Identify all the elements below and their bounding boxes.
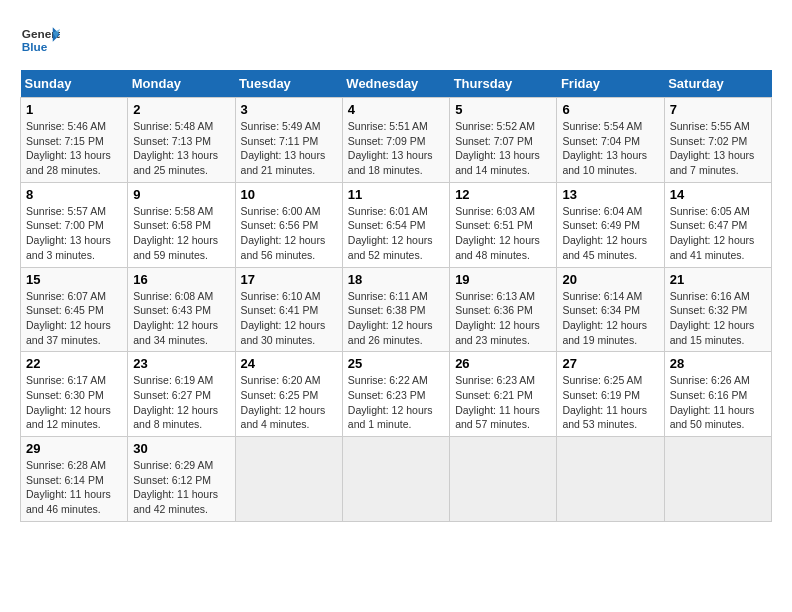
day-number: 15 bbox=[26, 272, 122, 287]
day-info: Sunrise: 5:46 AM Sunset: 7:15 PM Dayligh… bbox=[26, 119, 122, 178]
calendar-cell: 20Sunrise: 6:14 AM Sunset: 6:34 PM Dayli… bbox=[557, 267, 664, 352]
day-number: 10 bbox=[241, 187, 337, 202]
calendar-cell: 9Sunrise: 5:58 AM Sunset: 6:58 PM Daylig… bbox=[128, 182, 235, 267]
day-number: 28 bbox=[670, 356, 766, 371]
calendar-cell: 19Sunrise: 6:13 AM Sunset: 6:36 PM Dayli… bbox=[450, 267, 557, 352]
calendar-cell: 13Sunrise: 6:04 AM Sunset: 6:49 PM Dayli… bbox=[557, 182, 664, 267]
day-info: Sunrise: 6:05 AM Sunset: 6:47 PM Dayligh… bbox=[670, 204, 766, 263]
column-header-friday: Friday bbox=[557, 70, 664, 98]
day-number: 2 bbox=[133, 102, 229, 117]
column-header-wednesday: Wednesday bbox=[342, 70, 449, 98]
svg-text:Blue: Blue bbox=[22, 40, 48, 54]
logo: General Blue bbox=[20, 20, 64, 60]
day-info: Sunrise: 6:08 AM Sunset: 6:43 PM Dayligh… bbox=[133, 289, 229, 348]
day-number: 7 bbox=[670, 102, 766, 117]
day-info: Sunrise: 6:03 AM Sunset: 6:51 PM Dayligh… bbox=[455, 204, 551, 263]
calendar-week-5: 29Sunrise: 6:28 AM Sunset: 6:14 PM Dayli… bbox=[21, 437, 772, 522]
day-info: Sunrise: 6:16 AM Sunset: 6:32 PM Dayligh… bbox=[670, 289, 766, 348]
calendar-cell: 8Sunrise: 5:57 AM Sunset: 7:00 PM Daylig… bbox=[21, 182, 128, 267]
calendar-cell: 14Sunrise: 6:05 AM Sunset: 6:47 PM Dayli… bbox=[664, 182, 771, 267]
calendar-cell bbox=[664, 437, 771, 522]
calendar-cell: 26Sunrise: 6:23 AM Sunset: 6:21 PM Dayli… bbox=[450, 352, 557, 437]
calendar-cell: 21Sunrise: 6:16 AM Sunset: 6:32 PM Dayli… bbox=[664, 267, 771, 352]
day-info: Sunrise: 6:10 AM Sunset: 6:41 PM Dayligh… bbox=[241, 289, 337, 348]
day-info: Sunrise: 6:04 AM Sunset: 6:49 PM Dayligh… bbox=[562, 204, 658, 263]
column-header-sunday: Sunday bbox=[21, 70, 128, 98]
day-info: Sunrise: 6:17 AM Sunset: 6:30 PM Dayligh… bbox=[26, 373, 122, 432]
day-info: Sunrise: 6:11 AM Sunset: 6:38 PM Dayligh… bbox=[348, 289, 444, 348]
day-number: 24 bbox=[241, 356, 337, 371]
day-number: 17 bbox=[241, 272, 337, 287]
day-info: Sunrise: 6:07 AM Sunset: 6:45 PM Dayligh… bbox=[26, 289, 122, 348]
day-info: Sunrise: 5:51 AM Sunset: 7:09 PM Dayligh… bbox=[348, 119, 444, 178]
calendar-cell: 18Sunrise: 6:11 AM Sunset: 6:38 PM Dayli… bbox=[342, 267, 449, 352]
day-info: Sunrise: 6:13 AM Sunset: 6:36 PM Dayligh… bbox=[455, 289, 551, 348]
logo-icon: General Blue bbox=[20, 20, 60, 60]
calendar-cell: 17Sunrise: 6:10 AM Sunset: 6:41 PM Dayli… bbox=[235, 267, 342, 352]
calendar-cell: 7Sunrise: 5:55 AM Sunset: 7:02 PM Daylig… bbox=[664, 98, 771, 183]
day-number: 16 bbox=[133, 272, 229, 287]
day-info: Sunrise: 5:48 AM Sunset: 7:13 PM Dayligh… bbox=[133, 119, 229, 178]
calendar-week-4: 22Sunrise: 6:17 AM Sunset: 6:30 PM Dayli… bbox=[21, 352, 772, 437]
column-header-thursday: Thursday bbox=[450, 70, 557, 98]
day-number: 21 bbox=[670, 272, 766, 287]
calendar-week-3: 15Sunrise: 6:07 AM Sunset: 6:45 PM Dayli… bbox=[21, 267, 772, 352]
calendar-week-1: 1Sunrise: 5:46 AM Sunset: 7:15 PM Daylig… bbox=[21, 98, 772, 183]
day-info: Sunrise: 5:49 AM Sunset: 7:11 PM Dayligh… bbox=[241, 119, 337, 178]
day-number: 13 bbox=[562, 187, 658, 202]
day-info: Sunrise: 6:19 AM Sunset: 6:27 PM Dayligh… bbox=[133, 373, 229, 432]
calendar-cell bbox=[557, 437, 664, 522]
day-info: Sunrise: 6:25 AM Sunset: 6:19 PM Dayligh… bbox=[562, 373, 658, 432]
day-number: 30 bbox=[133, 441, 229, 456]
calendar-table: SundayMondayTuesdayWednesdayThursdayFrid… bbox=[20, 70, 772, 522]
day-info: Sunrise: 5:55 AM Sunset: 7:02 PM Dayligh… bbox=[670, 119, 766, 178]
calendar-cell: 23Sunrise: 6:19 AM Sunset: 6:27 PM Dayli… bbox=[128, 352, 235, 437]
day-info: Sunrise: 6:22 AM Sunset: 6:23 PM Dayligh… bbox=[348, 373, 444, 432]
day-number: 22 bbox=[26, 356, 122, 371]
day-info: Sunrise: 6:29 AM Sunset: 6:12 PM Dayligh… bbox=[133, 458, 229, 517]
calendar-cell: 22Sunrise: 6:17 AM Sunset: 6:30 PM Dayli… bbox=[21, 352, 128, 437]
calendar-cell bbox=[450, 437, 557, 522]
day-info: Sunrise: 6:20 AM Sunset: 6:25 PM Dayligh… bbox=[241, 373, 337, 432]
day-number: 8 bbox=[26, 187, 122, 202]
day-info: Sunrise: 5:54 AM Sunset: 7:04 PM Dayligh… bbox=[562, 119, 658, 178]
calendar-cell: 4Sunrise: 5:51 AM Sunset: 7:09 PM Daylig… bbox=[342, 98, 449, 183]
calendar-cell: 1Sunrise: 5:46 AM Sunset: 7:15 PM Daylig… bbox=[21, 98, 128, 183]
day-number: 14 bbox=[670, 187, 766, 202]
calendar-cell: 12Sunrise: 6:03 AM Sunset: 6:51 PM Dayli… bbox=[450, 182, 557, 267]
calendar-cell: 29Sunrise: 6:28 AM Sunset: 6:14 PM Dayli… bbox=[21, 437, 128, 522]
day-number: 12 bbox=[455, 187, 551, 202]
column-header-tuesday: Tuesday bbox=[235, 70, 342, 98]
day-number: 29 bbox=[26, 441, 122, 456]
day-info: Sunrise: 6:14 AM Sunset: 6:34 PM Dayligh… bbox=[562, 289, 658, 348]
column-header-saturday: Saturday bbox=[664, 70, 771, 98]
calendar-cell: 24Sunrise: 6:20 AM Sunset: 6:25 PM Dayli… bbox=[235, 352, 342, 437]
day-info: Sunrise: 6:00 AM Sunset: 6:56 PM Dayligh… bbox=[241, 204, 337, 263]
day-number: 27 bbox=[562, 356, 658, 371]
day-number: 25 bbox=[348, 356, 444, 371]
day-info: Sunrise: 6:26 AM Sunset: 6:16 PM Dayligh… bbox=[670, 373, 766, 432]
calendar-week-2: 8Sunrise: 5:57 AM Sunset: 7:00 PM Daylig… bbox=[21, 182, 772, 267]
calendar-cell: 10Sunrise: 6:00 AM Sunset: 6:56 PM Dayli… bbox=[235, 182, 342, 267]
day-number: 11 bbox=[348, 187, 444, 202]
calendar-cell: 16Sunrise: 6:08 AM Sunset: 6:43 PM Dayli… bbox=[128, 267, 235, 352]
calendar-cell bbox=[342, 437, 449, 522]
day-number: 5 bbox=[455, 102, 551, 117]
day-number: 26 bbox=[455, 356, 551, 371]
calendar-cell: 15Sunrise: 6:07 AM Sunset: 6:45 PM Dayli… bbox=[21, 267, 128, 352]
calendar-cell: 27Sunrise: 6:25 AM Sunset: 6:19 PM Dayli… bbox=[557, 352, 664, 437]
day-number: 23 bbox=[133, 356, 229, 371]
day-info: Sunrise: 5:57 AM Sunset: 7:00 PM Dayligh… bbox=[26, 204, 122, 263]
calendar-cell: 25Sunrise: 6:22 AM Sunset: 6:23 PM Dayli… bbox=[342, 352, 449, 437]
calendar-cell: 6Sunrise: 5:54 AM Sunset: 7:04 PM Daylig… bbox=[557, 98, 664, 183]
calendar-cell: 2Sunrise: 5:48 AM Sunset: 7:13 PM Daylig… bbox=[128, 98, 235, 183]
day-number: 18 bbox=[348, 272, 444, 287]
day-info: Sunrise: 6:23 AM Sunset: 6:21 PM Dayligh… bbox=[455, 373, 551, 432]
day-info: Sunrise: 6:01 AM Sunset: 6:54 PM Dayligh… bbox=[348, 204, 444, 263]
calendar-cell: 3Sunrise: 5:49 AM Sunset: 7:11 PM Daylig… bbox=[235, 98, 342, 183]
calendar-cell: 30Sunrise: 6:29 AM Sunset: 6:12 PM Dayli… bbox=[128, 437, 235, 522]
day-number: 19 bbox=[455, 272, 551, 287]
day-number: 20 bbox=[562, 272, 658, 287]
calendar-cell: 11Sunrise: 6:01 AM Sunset: 6:54 PM Dayli… bbox=[342, 182, 449, 267]
calendar-cell: 28Sunrise: 6:26 AM Sunset: 6:16 PM Dayli… bbox=[664, 352, 771, 437]
